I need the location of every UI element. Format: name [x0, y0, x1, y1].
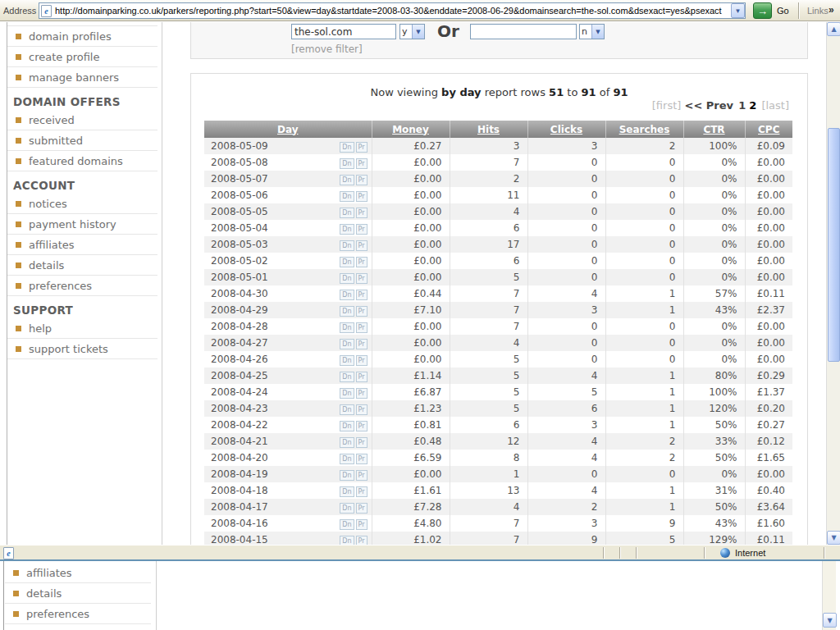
pr-icon[interactable]: Pr	[356, 240, 368, 251]
scrollbar-thumb[interactable]	[828, 128, 840, 362]
dn-icon[interactable]: Dn	[340, 404, 354, 415]
dn-icon[interactable]: Dn	[340, 224, 354, 235]
pr-icon[interactable]: Pr	[356, 142, 368, 153]
dn-icon[interactable]: Dn	[340, 142, 354, 153]
cell-clicks: 4	[527, 450, 605, 466]
pr-icon[interactable]: Pr	[356, 158, 368, 169]
col-header-ctr[interactable]: CTR	[683, 121, 745, 138]
scroll-down-icon[interactable]: ▼	[823, 613, 837, 628]
pr-icon[interactable]: Pr	[356, 470, 368, 481]
sidebar-item-details[interactable]: details	[5, 583, 151, 604]
go-label[interactable]: Go	[777, 6, 789, 16]
pr-icon[interactable]: Pr	[356, 290, 368, 300]
url-dropdown-icon[interactable]: ▼	[731, 3, 745, 18]
dn-icon[interactable]: Dn	[340, 257, 354, 267]
links-label[interactable]: Links	[807, 6, 829, 16]
dn-icon[interactable]: Dn	[340, 175, 354, 185]
pr-icon[interactable]: Pr	[356, 388, 368, 399]
col-header-clicks[interactable]: Clicks	[527, 121, 605, 138]
sidebar-item-create-profile[interactable]: create profile	[7, 47, 158, 67]
vertical-scrollbar[interactable]: ▼	[822, 561, 836, 630]
pr-icon[interactable]: Pr	[356, 536, 368, 545]
dn-icon[interactable]: Dn	[340, 339, 354, 349]
col-header-day[interactable]: Day	[204, 121, 372, 138]
pr-icon[interactable]: Pr	[356, 273, 368, 284]
cell-searches: 1	[605, 417, 683, 433]
dn-icon[interactable]: Dn	[340, 355, 354, 366]
dn-icon[interactable]: Dn	[340, 372, 354, 382]
prev-page-link[interactable]: << Prev	[684, 99, 733, 112]
sidebar-item-domain-profiles[interactable]: domain profiles	[7, 26, 158, 47]
sidebar-item-support-tickets[interactable]: support tickets	[7, 339, 158, 359]
sidebar-item-payment-history[interactable]: payment history	[7, 214, 158, 235]
dn-icon[interactable]: Dn	[340, 470, 354, 481]
sidebar-item-featured-domains[interactable]: featured domains	[7, 151, 158, 171]
vertical-scrollbar[interactable]: ▲ ▼	[826, 22, 840, 545]
dn-icon[interactable]: Dn	[340, 486, 354, 497]
pr-icon[interactable]: Pr	[356, 322, 368, 333]
cell-searches: 1	[605, 302, 683, 318]
pr-icon[interactable]: Pr	[356, 339, 368, 349]
security-zone-label: Internet	[735, 548, 765, 558]
profile-search-input[interactable]	[470, 24, 577, 39]
dn-icon[interactable]: Dn	[340, 536, 354, 545]
pr-icon[interactable]: Pr	[356, 191, 368, 202]
cell-hits: 7	[450, 532, 527, 545]
scroll-down-icon[interactable]: ▼	[827, 531, 840, 545]
sidebar-item-help[interactable]: help	[7, 318, 158, 339]
pr-icon[interactable]: Pr	[356, 224, 368, 235]
pr-icon[interactable]: Pr	[356, 355, 368, 366]
remove-filter-link[interactable]: [remove filter]	[291, 43, 363, 55]
dn-icon[interactable]: Dn	[340, 519, 354, 530]
pr-icon[interactable]: Pr	[356, 486, 368, 497]
sidebar-item-notices[interactable]: notices	[7, 194, 158, 214]
dn-icon[interactable]: Dn	[340, 437, 354, 448]
dn-icon[interactable]: Dn	[340, 273, 354, 284]
dn-icon[interactable]: Dn	[340, 158, 354, 169]
profile-exact-select[interactable]: n ▼	[579, 24, 605, 39]
url-text[interactable]: http://domainparking.co.uk/parkers/repor…	[55, 6, 731, 16]
pr-icon[interactable]: Pr	[356, 503, 368, 514]
pr-icon[interactable]: Pr	[356, 372, 368, 382]
sidebar-item-received[interactable]: received	[7, 110, 158, 130]
page-1-link[interactable]: 1	[738, 99, 746, 112]
toolbar-chevron-icon[interactable]: »	[829, 4, 834, 16]
pr-icon[interactable]: Pr	[356, 208, 368, 218]
pr-icon[interactable]: Pr	[356, 175, 368, 185]
sidebar-item-affiliates[interactable]: affiliates	[7, 235, 158, 255]
row-icons: DnPr	[338, 501, 367, 514]
dn-icon[interactable]: Dn	[340, 191, 354, 202]
pr-icon[interactable]: Pr	[356, 437, 368, 448]
col-header-cpc[interactable]: CPC	[745, 121, 792, 138]
col-header-searches[interactable]: Searches	[605, 121, 683, 138]
sidebar-item-submitted[interactable]: submitted	[7, 130, 158, 151]
pr-icon[interactable]: Pr	[356, 519, 368, 530]
dn-icon[interactable]: Dn	[340, 240, 354, 251]
pr-icon[interactable]: Pr	[356, 257, 368, 267]
pr-icon[interactable]: Pr	[356, 421, 368, 431]
dn-icon[interactable]: Dn	[340, 503, 354, 514]
dn-icon[interactable]: Dn	[340, 454, 354, 464]
sidebar-item-affiliates[interactable]: affiliates	[5, 563, 151, 583]
sidebar-item-preferences[interactable]: preferences	[7, 276, 158, 296]
cell-hits: 13	[450, 482, 527, 499]
pr-icon[interactable]: Pr	[356, 306, 368, 317]
col-header-hits[interactable]: Hits	[450, 121, 527, 138]
dn-icon[interactable]: Dn	[340, 306, 354, 317]
dn-icon[interactable]: Dn	[340, 421, 354, 431]
dn-icon[interactable]: Dn	[340, 208, 354, 218]
domain-search-input[interactable]	[291, 24, 396, 39]
dn-icon[interactable]: Dn	[340, 290, 354, 300]
dn-icon[interactable]: Dn	[340, 388, 354, 399]
domain-exact-select[interactable]: y ▼	[399, 24, 425, 39]
url-input[interactable]: e http://domainparking.co.uk/parkers/rep…	[39, 2, 746, 19]
go-button[interactable]: →	[753, 2, 772, 19]
dn-icon[interactable]: Dn	[340, 322, 354, 333]
sidebar-item-preferences[interactable]: preferences	[5, 604, 151, 624]
pr-icon[interactable]: Pr	[356, 404, 368, 415]
col-header-money[interactable]: Money	[372, 121, 450, 138]
scroll-up-icon[interactable]: ▲	[827, 22, 840, 36]
sidebar-item-manage-banners[interactable]: manage banners	[7, 67, 158, 88]
pr-icon[interactable]: Pr	[356, 454, 368, 464]
sidebar-item-details[interactable]: details	[7, 255, 158, 276]
